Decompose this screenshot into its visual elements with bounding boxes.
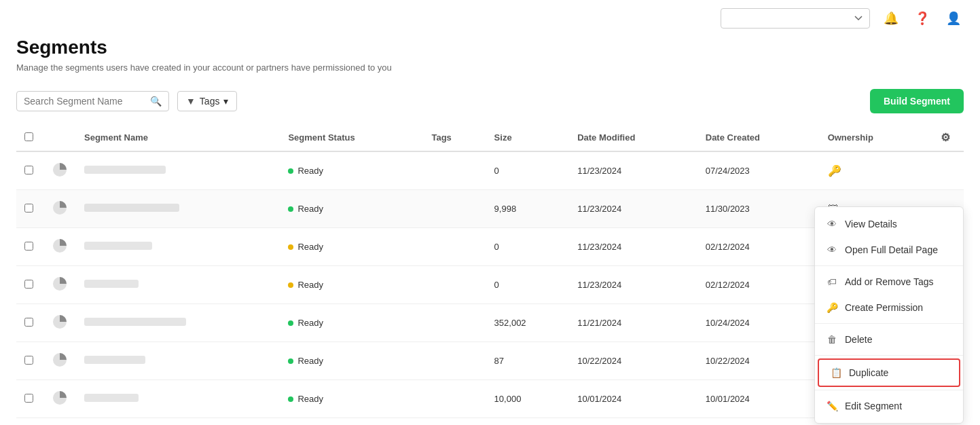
segment-name (76, 228, 280, 266)
row-checkbox (16, 190, 43, 228)
menu-item-duplicate[interactable]: 📋 Duplicate (818, 358, 960, 387)
context-menu: 👁 View Details 👁 Open Full Detail Page 🏷… (814, 206, 964, 424)
tags-label: Tags (200, 96, 220, 107)
segment-name (76, 342, 280, 380)
row-pie-icon (43, 380, 76, 418)
col-header-date-modified[interactable]: Date Modified (569, 124, 697, 151)
tags-cell (423, 190, 486, 228)
settings-gear-icon[interactable]: ⚙ (941, 132, 950, 143)
tags-cell (423, 151, 486, 190)
pie-chart-icon (52, 314, 68, 330)
menu-item-label: Delete (845, 334, 872, 345)
eye-icon: 👁 (826, 218, 838, 230)
pie-chart-icon (52, 200, 68, 216)
row-checkbox (16, 342, 43, 380)
segment-status: Ready (280, 151, 423, 190)
segment-status: Ready (280, 228, 423, 266)
segment-status: Ready (280, 190, 423, 228)
tags-cell (423, 266, 486, 304)
menu-divider-2 (815, 323, 963, 324)
user-icon[interactable]: 👤 (943, 8, 964, 29)
date-modified-cell: 11/21/2024 (569, 304, 697, 342)
size-cell: 0 (486, 151, 570, 190)
row-select-checkbox[interactable] (24, 318, 33, 327)
segment-name (76, 266, 280, 304)
toolbar: 🔍 ▼ Tags ▾ Build Segment (16, 89, 964, 113)
menu-divider-1 (815, 265, 963, 266)
menu-item-create-permission[interactable]: 🔑 Create Permission (815, 295, 963, 320)
row-pie-icon (43, 266, 76, 304)
date-modified-cell: 10/22/2024 (569, 342, 697, 380)
key-icon: 🔑 (828, 165, 841, 177)
row-select-checkbox[interactable] (24, 242, 33, 251)
tags-chevron-icon: ▾ (223, 96, 228, 107)
col-header-settings[interactable]: ⚙ (926, 124, 964, 151)
col-header-tags: Tags (423, 124, 486, 151)
search-input[interactable] (24, 96, 146, 107)
notification-icon[interactable]: 🔔 (881, 8, 901, 29)
menu-item-label: Edit Segment (845, 401, 902, 411)
help-icon[interactable]: ❓ (912, 8, 932, 29)
search-icon: 🔍 (150, 96, 162, 107)
row-select-checkbox[interactable] (24, 166, 33, 174)
row-pie-icon (43, 228, 76, 266)
tags-cell (423, 342, 486, 380)
segments-table: Segment Name Segment Status Tags Size Da… (16, 124, 964, 418)
org-select[interactable] (721, 8, 870, 29)
segment-name (76, 380, 280, 418)
row-checkbox (16, 266, 43, 304)
pencil-icon: ✏️ (826, 400, 838, 412)
row-pie-icon (43, 342, 76, 380)
pie-chart-icon (52, 352, 68, 368)
date-created-cell: 02/12/2024 (697, 266, 820, 304)
tag-icon: 🏷 (826, 276, 838, 288)
table-row: Ready 0 11/23/2024 07/24/2023 🔑 (16, 151, 964, 190)
select-all-checkbox[interactable] (24, 132, 33, 141)
menu-item-label: Duplicate (849, 367, 888, 378)
date-modified-cell: 11/23/2024 (569, 228, 697, 266)
tags-filter-button[interactable]: ▼ Tags ▾ (177, 91, 237, 111)
tags-cell (423, 228, 486, 266)
row-checkbox (16, 380, 43, 418)
segment-status: Ready (280, 304, 423, 342)
row-pie-icon (43, 190, 76, 228)
segment-status: Ready (280, 266, 423, 304)
menu-item-delete[interactable]: 🗑 Delete (815, 327, 963, 352)
size-cell: 352,002 (486, 304, 570, 342)
menu-item-edit-segment[interactable]: ✏️ Edit Segment (815, 393, 963, 419)
key-icon-menu: 🔑 (826, 301, 838, 314)
menu-item-label: Open Full Detail Page (845, 244, 938, 255)
tags-cell (423, 304, 486, 342)
menu-divider-4 (815, 390, 963, 390)
tags-cell (423, 380, 486, 418)
date-created-cell: 07/24/2023 (697, 151, 820, 190)
size-cell: 87 (486, 342, 570, 380)
col-header-ownership: Ownership (820, 124, 926, 151)
date-modified-cell: 11/23/2024 (569, 266, 697, 304)
segment-name (76, 304, 280, 342)
table-row: Ready 9,998 11/23/2024 11/30/2023 🛡 ••• … (16, 190, 964, 228)
row-select-checkbox[interactable] (24, 280, 33, 289)
build-segment-button[interactable]: Build Segment (870, 89, 964, 113)
segment-name (76, 190, 280, 228)
row-checkbox (16, 151, 43, 190)
row-select-checkbox[interactable] (24, 204, 33, 212)
trash-icon: 🗑 (826, 333, 838, 346)
menu-item-add-remove-tags[interactable]: 🏷 Add or Remove Tags (815, 269, 963, 295)
row-select-checkbox[interactable] (24, 394, 33, 403)
pie-chart-icon (52, 238, 68, 254)
row-checkbox (16, 304, 43, 342)
date-created-cell: 10/24/2024 (697, 304, 820, 342)
menu-item-view-details[interactable]: 👁 View Details (815, 211, 963, 237)
col-header-segment-name: Segment Name (76, 124, 280, 151)
col-header-segment-icon (43, 124, 76, 151)
toolbar-left: 🔍 ▼ Tags ▾ (16, 91, 237, 111)
row-select-checkbox[interactable] (24, 356, 33, 365)
actions-cell: ••• 👁 View Details 👁 Open Full Detail Pa… (926, 190, 964, 228)
date-modified-cell: 10/01/2024 (569, 380, 697, 418)
ownership-cell: 🔑 (820, 151, 926, 190)
size-cell: 0 (486, 228, 570, 266)
date-created-cell: 10/01/2024 (697, 380, 820, 418)
row-pie-icon (43, 304, 76, 342)
menu-item-open-full-detail[interactable]: 👁 Open Full Detail Page (815, 237, 963, 263)
